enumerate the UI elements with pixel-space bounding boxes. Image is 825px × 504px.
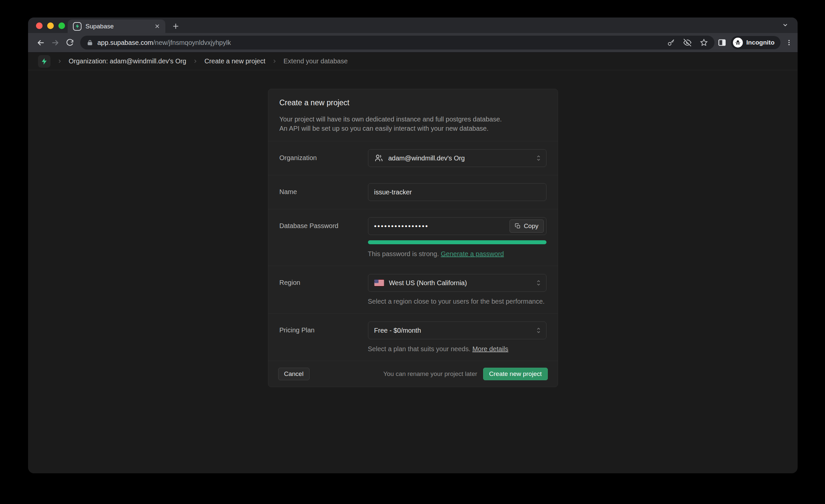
reload-icon[interactable] [62, 35, 77, 50]
password-helper: This password is strong. Generate a pass… [368, 250, 546, 258]
chevron-right-icon [57, 59, 62, 64]
close-window-button[interactable] [36, 22, 43, 29]
cancel-button[interactable]: Cancel [278, 368, 309, 380]
pricing-row: Pricing Plan Free - $0/month Select a pl… [268, 313, 558, 361]
region-helper: Select a region close to your users for … [368, 298, 546, 305]
select-chevrons-icon [536, 154, 541, 162]
url-text: app.supabase.com/new/jfnsmqoynldvxjyhpyl… [97, 39, 231, 47]
password-input[interactable]: •••••••••••••••• Copy [368, 217, 546, 235]
page-body: Create a new project Your project will h… [28, 70, 798, 387]
pricing-helper: Select a plan that suits your needs. Mor… [368, 345, 546, 353]
page-title: Create a new project [280, 98, 546, 107]
select-chevrons-icon [536, 279, 541, 286]
organization-label: Organization [280, 149, 368, 167]
region-select[interactable]: West US (North California) [368, 274, 546, 292]
minimize-window-button[interactable] [47, 22, 54, 29]
copy-button[interactable]: Copy [510, 219, 543, 233]
chevron-right-icon [272, 59, 277, 64]
region-value: West US (North California) [389, 279, 467, 287]
region-row: Region West US (North California) Select… [268, 266, 558, 313]
side-panel-icon[interactable] [718, 38, 726, 47]
breadcrumb: Organization: adam@windmill.dev's Org Cr… [28, 53, 798, 70]
name-value: issue-tracker [374, 189, 412, 196]
region-label: Region [280, 274, 368, 305]
supabase-logo-icon [73, 22, 81, 31]
window-controls [36, 22, 65, 29]
organization-value: adam@windmill.dev's Org [388, 154, 465, 162]
chevron-right-icon [193, 59, 198, 64]
rename-note: You can rename your project later [383, 370, 477, 378]
generate-password-link[interactable]: Generate a password [441, 250, 504, 258]
us-flag-icon [374, 280, 384, 286]
copy-label: Copy [524, 222, 538, 230]
lock-icon [87, 40, 93, 46]
new-tab-icon[interactable] [172, 22, 179, 30]
pricing-label: Pricing Plan [280, 321, 368, 353]
key-icon[interactable] [667, 39, 675, 47]
password-strength-text: This password is strong. [368, 250, 439, 258]
name-row: Name issue-tracker [268, 175, 558, 209]
description-line: Your project will have its own dedicated… [280, 115, 546, 124]
pricing-value: Free - $0/month [374, 327, 421, 334]
name-label: Name [280, 183, 368, 201]
breadcrumb-create-project[interactable]: Create a new project [204, 57, 265, 65]
organization-row: Organization adam@windmill.dev's Org [268, 141, 558, 175]
more-details-link[interactable]: More details [472, 345, 508, 353]
tab-supabase[interactable]: Supabase [68, 19, 165, 33]
breadcrumb-extend-database: Extend your database [284, 57, 348, 65]
menu-dots-icon[interactable] [786, 39, 792, 46]
project-description: Your project will have its own dedicated… [268, 109, 558, 141]
pricing-helper-text: Select a plan that suits your needs. [368, 345, 470, 353]
forward-icon[interactable] [48, 35, 62, 50]
tab-strip: Supabase [28, 17, 798, 33]
card-footer: Cancel You can rename your project later… [268, 361, 558, 387]
copy-icon [515, 223, 521, 229]
password-row: Database Password •••••••••••••••• Copy [268, 209, 558, 266]
bookmark-star-icon[interactable] [700, 39, 708, 47]
name-input[interactable]: issue-tracker [368, 183, 546, 201]
select-chevrons-icon [536, 327, 541, 334]
breadcrumb-organization[interactable]: Organization: adam@windmill.dev's Org [69, 57, 186, 65]
password-value: •••••••••••••••• [374, 222, 429, 230]
close-tab-icon[interactable] [154, 23, 160, 29]
url-bar[interactable]: app.supabase.com/new/jfnsmqoynldvxjyhpyl… [80, 35, 715, 50]
zoom-window-button[interactable] [58, 22, 65, 29]
browser-toolbar: app.supabase.com/new/jfnsmqoynldvxjyhpyl… [28, 33, 798, 53]
pricing-select[interactable]: Free - $0/month [368, 321, 546, 339]
create-project-card: Create a new project Your project will h… [268, 89, 558, 387]
eye-off-icon[interactable] [683, 39, 691, 47]
tab-title: Supabase [85, 23, 150, 30]
incognito-icon [733, 38, 743, 48]
back-icon[interactable] [33, 35, 48, 50]
organization-select[interactable]: adam@windmill.dev's Org [368, 149, 546, 167]
chevron-down-icon[interactable] [782, 22, 789, 28]
password-strength-bar [368, 240, 546, 244]
incognito-label: Incognito [746, 39, 774, 46]
incognito-badge: Incognito [731, 36, 780, 49]
browser-window: Supabase app.supabase.com/new/jfnsmqoynl… [28, 17, 798, 473]
supabase-logo-icon[interactable] [38, 55, 51, 68]
users-icon [374, 153, 383, 163]
create-new-project-button[interactable]: Create new project [483, 368, 547, 380]
description-line: An API will be set up so you can easily … [280, 124, 546, 133]
password-label: Database Password [280, 217, 368, 258]
